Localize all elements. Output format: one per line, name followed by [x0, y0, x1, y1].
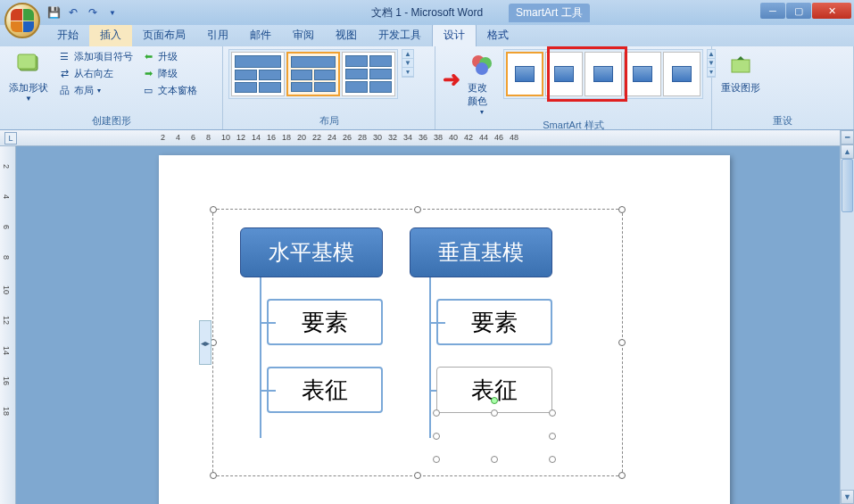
tab-design[interactable]: 设计: [432, 23, 477, 46]
smartart-graphic: 水平基模 要素 表征 垂直基模 要素 表征: [213, 210, 622, 475]
scroll-split-icon[interactable]: ━: [841, 130, 854, 145]
reset-label: 重设图形: [721, 81, 760, 95]
style-option-3[interactable]: [585, 52, 622, 96]
change-colors-button[interactable]: 更改颜色 ▾: [464, 49, 500, 118]
promote-icon: ⬅: [142, 51, 154, 63]
add-shape-label: 添加形状: [9, 81, 48, 95]
textpane-button[interactable]: ▭文本窗格: [139, 83, 200, 98]
annotation-arrow-icon: ➜: [443, 67, 460, 92]
tab-insert[interactable]: 插入: [89, 24, 132, 46]
minimize-button[interactable]: ─: [760, 3, 785, 19]
style-option-2[interactable]: [545, 52, 583, 96]
titlebar: 💾 ↶ ↷ ▼ 文档 1 - Microsoft Word SmartArt 工…: [0, 0, 854, 25]
redo-icon[interactable]: ↷: [86, 5, 100, 20]
sa-node-child-1b[interactable]: 表征: [267, 367, 383, 413]
group-label: 重设: [717, 113, 848, 128]
smartart-frame[interactable]: ◂▸ 水平基模 要素 表征 垂直基模 要: [212, 209, 623, 476]
scroll-up-icon[interactable]: ▲: [708, 50, 715, 59]
office-button[interactable]: [4, 3, 40, 38]
scroll-down-icon[interactable]: ▼: [402, 59, 413, 68]
horizontal-ruler[interactable]: L 24681012141618202224262830323436384042…: [0, 130, 854, 146]
scroll-thumb[interactable]: [842, 159, 853, 212]
scroll-up-icon[interactable]: ▲: [402, 50, 413, 59]
scroll-down-icon[interactable]: ▼: [708, 59, 715, 68]
layout-option-1[interactable]: [231, 52, 285, 96]
page: ◂▸ 水平基模 要素 表征 垂直基模 要: [159, 155, 730, 504]
add-bullet-button[interactable]: ☰添加项目符号: [55, 49, 136, 64]
style-option-5[interactable]: [663, 52, 701, 96]
smartart-column-2: 垂直基模 要素 表征: [410, 227, 552, 458]
smartart-column-1: 水平基模 要素 表征: [240, 227, 383, 458]
tab-developer[interactable]: 开发工具: [368, 24, 432, 46]
gallery-more-icon[interactable]: ▾: [708, 68, 715, 77]
context-tab-title: SmartArt 工具: [509, 4, 590, 22]
vertical-scrollbar[interactable]: ━ ▲ ▼: [840, 130, 854, 504]
sa-node-child-2b-editing[interactable]: 表征: [436, 367, 552, 413]
sa-node-top-2[interactable]: 垂直基模: [410, 227, 552, 277]
tab-pagelayout[interactable]: 页面布局: [132, 24, 196, 46]
rtl-button[interactable]: ⇄从右向左: [55, 66, 136, 81]
tab-view[interactable]: 视图: [325, 24, 368, 46]
maximize-button[interactable]: ▢: [786, 3, 811, 19]
style-option-1[interactable]: [506, 52, 543, 96]
reset-graphic-button[interactable]: 重设图形: [717, 49, 764, 96]
demote-icon: ➡: [142, 68, 154, 80]
layout-gallery: [228, 49, 398, 99]
tab-home[interactable]: 开始: [46, 24, 89, 46]
sa-node-child-2a[interactable]: 要素: [436, 299, 552, 345]
rtl-icon: ⇄: [58, 68, 70, 80]
ruler-corner[interactable]: L: [4, 132, 17, 145]
tab-mailings[interactable]: 邮件: [239, 24, 282, 46]
gallery-more-icon[interactable]: ▾: [402, 68, 413, 77]
quick-access-toolbar: 💾 ↶ ↷ ▼: [46, 5, 120, 20]
undo-icon[interactable]: ↶: [66, 5, 80, 20]
add-shape-button[interactable]: 添加形状 ▼: [5, 49, 52, 104]
change-colors-label: 更改颜色: [468, 81, 496, 108]
svg-rect-5: [732, 60, 750, 72]
style-gallery-scroll: ▲ ▼ ▾: [707, 49, 716, 78]
demote-button[interactable]: ➡降级: [139, 66, 200, 81]
save-icon[interactable]: 💾: [46, 5, 61, 20]
layout-button[interactable]: 品布局▾: [55, 83, 136, 98]
ribbon-tabs: 开始 插入 页面布局 引用 邮件 审阅 视图 开发工具 设计 格式: [0, 25, 854, 46]
svg-point-4: [476, 62, 488, 75]
group-create-graphic: 添加形状 ▼ ☰添加项目符号 ⇄从右向左 品布局▾ ⬅升级 ➡降级 ▭文本窗格 …: [0, 46, 223, 129]
tab-review[interactable]: 审阅: [282, 24, 325, 46]
layout-option-2[interactable]: [286, 52, 340, 96]
textpane-icon: ▭: [142, 85, 154, 97]
scroll-up-icon[interactable]: ▲: [841, 145, 854, 159]
group-reset: 重设图形 重设: [712, 46, 854, 129]
group-label: 布局: [228, 113, 429, 128]
layout-option-3[interactable]: [342, 52, 395, 96]
tab-format[interactable]: 格式: [477, 24, 519, 46]
tab-references[interactable]: 引用: [196, 24, 239, 46]
window-title: 文档 1 - Microsoft Word: [371, 5, 483, 21]
bullet-icon: ☰: [58, 51, 70, 63]
workspace: L 24681012141618202224262830323436384042…: [0, 130, 854, 504]
vertical-ruler[interactable]: 24681012141618: [0, 146, 16, 504]
layout-icon: 品: [58, 85, 70, 97]
group-layouts: ▲ ▼ ▾ 布局: [223, 46, 435, 129]
layout-gallery-scroll: ▲ ▼ ▾: [402, 49, 414, 78]
group-label: 创建图形: [5, 113, 217, 128]
scroll-down-icon[interactable]: ▼: [841, 490, 854, 504]
ribbon: 添加形状 ▼ ☰添加项目符号 ⇄从右向左 品布局▾ ⬅升级 ➡降级 ▭文本窗格 …: [0, 46, 854, 130]
group-smartart-styles: ➜ 更改颜色 ▾ ▲ ▼ ▾ SmartArt 样式: [435, 46, 712, 129]
document-area[interactable]: ◂▸ 水平基模 要素 表征 垂直基模 要: [16, 146, 840, 504]
qat-dropdown-icon[interactable]: ▼: [105, 5, 120, 20]
style-gallery: [503, 49, 703, 99]
sa-node-child-1a[interactable]: 要素: [267, 299, 383, 345]
textpane-toggle[interactable]: ◂▸: [199, 320, 211, 365]
sa-node-top-1[interactable]: 水平基模: [240, 227, 383, 277]
close-button[interactable]: ✕: [812, 3, 851, 19]
style-option-4[interactable]: [624, 52, 661, 96]
promote-button[interactable]: ⬅升级: [139, 49, 200, 64]
svg-rect-1: [18, 54, 36, 69]
